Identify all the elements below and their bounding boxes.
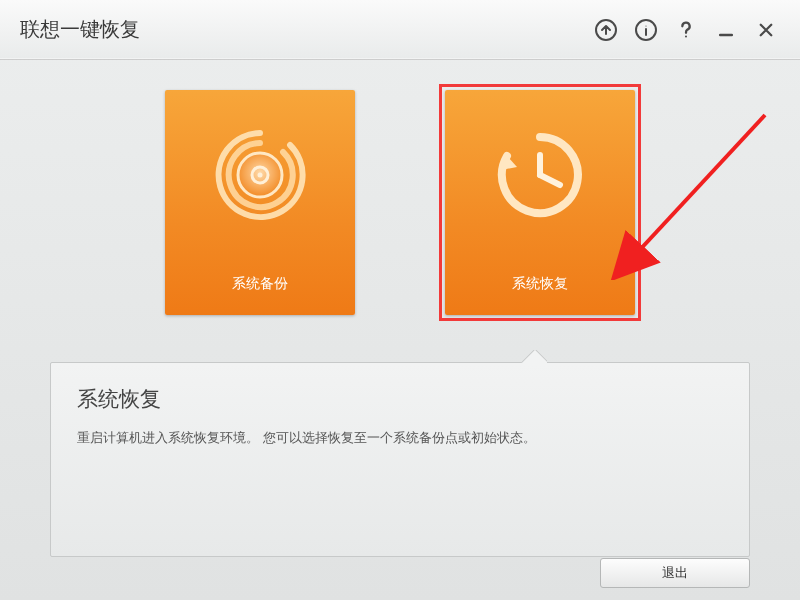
panel-pointer [521,350,547,363]
svg-point-3 [685,35,687,37]
close-icon[interactable] [748,12,784,48]
app-title: 联想一键恢复 [20,16,140,43]
svg-point-6 [258,173,263,178]
backup-disc-icon [165,120,355,230]
restore-clock-icon [445,120,635,230]
help-icon[interactable] [668,12,704,48]
card-restore-wrap: 系统恢复 [445,90,635,315]
panel-body: 重启计算机进入系统恢复环境。 您可以选择恢复至一个系统备份点或初始状态。 [77,429,723,447]
exit-button[interactable]: 退出 [600,558,750,588]
system-backup-card[interactable]: 系统备份 [165,90,355,315]
system-restore-card[interactable]: 系统恢复 [445,90,635,315]
card-row: 系统备份 系统恢复 [0,60,800,315]
title-bar: 联想一键恢复 [0,0,800,60]
upload-icon[interactable] [588,12,624,48]
window-buttons [588,12,784,48]
panel-title: 系统恢复 [77,385,723,413]
minimize-icon[interactable] [708,12,744,48]
svg-point-2 [645,25,646,26]
content-area: 系统备份 系统恢复 [0,60,800,600]
restore-card-label: 系统恢复 [512,275,568,293]
card-backup-wrap: 系统备份 [165,90,355,315]
exit-button-label: 退出 [662,564,688,582]
description-panel: 系统恢复 重启计算机进入系统恢复环境。 您可以选择恢复至一个系统备份点或初始状态… [50,362,750,557]
info-icon[interactable] [628,12,664,48]
backup-card-label: 系统备份 [232,275,288,293]
